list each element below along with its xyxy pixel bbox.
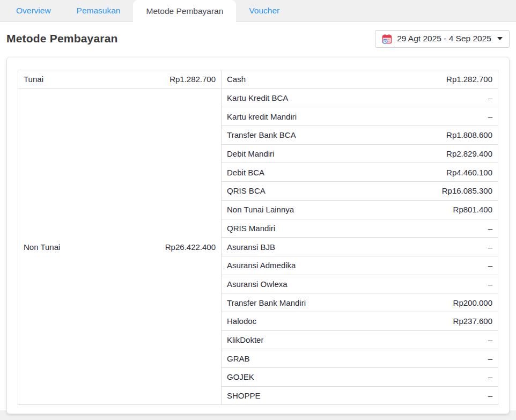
- detail-cell: GRAB–: [222, 349, 498, 368]
- tab-pemasukan[interactable]: Pemasukan: [64, 0, 134, 21]
- detail-cell-label: GOJEK: [227, 372, 254, 381]
- detail-cell-label: Asuransi BJB: [227, 242, 275, 252]
- detail-cell-label: GRAB: [227, 354, 250, 363]
- detail-cell-value: –: [488, 391, 492, 400]
- detail-cell-value: Rp801.400: [453, 205, 492, 214]
- detail-cell-value: Rp1.282.700: [446, 75, 492, 84]
- detail-cell: Kartu kredit Mandiri–: [222, 107, 498, 126]
- tab-bar: Overview Pemasukan Metode Pembayaran Vou…: [0, 0, 516, 22]
- detail-cell-label: Transfer Bank BCA: [227, 130, 296, 139]
- detail-cell-value: –: [488, 335, 492, 344]
- detail-cell: KlikDokter–: [222, 330, 498, 349]
- detail-cell-value: –: [488, 279, 492, 289]
- group-cell: Non TunaiRp26.422.400: [18, 89, 222, 405]
- page-header: Metode Pembayaran 29 Agt 2025 - 4 S: [0, 22, 516, 53]
- detail-cell: Asuransi BJB–: [222, 238, 498, 256]
- detail-cell-label: Kartu kredit Mandiri: [227, 112, 297, 121]
- page-title: Metode Pembayaran: [6, 32, 118, 45]
- detail-cell-label: Asuransi Owlexa: [227, 279, 288, 289]
- detail-cell: QRIS Mandiri–: [222, 219, 498, 238]
- payment-methods-card: TunaiRp1.282.700CashRp1.282.700Non Tunai…: [6, 57, 510, 414]
- group-cell-value: Rp26.422.400: [165, 242, 216, 252]
- detail-cell: QRIS BCARp16.085.300: [222, 182, 498, 201]
- detail-cell-value: Rp16.085.300: [442, 186, 492, 195]
- detail-cell-label: Asuransi Admedika: [227, 261, 296, 270]
- detail-cell: Transfer Bank MandiriRp200.000: [222, 293, 498, 312]
- detail-cell: SHOPPE–: [222, 386, 498, 405]
- tab-voucher[interactable]: Voucher: [236, 0, 292, 21]
- detail-cell-value: Rp237.600: [453, 316, 492, 326]
- detail-cell-value: –: [488, 112, 492, 121]
- detail-cell-value: Rp2.829.400: [446, 149, 492, 158]
- detail-cell: HalodocRp237.600: [222, 312, 498, 330]
- detail-cell-label: QRIS BCA: [227, 186, 266, 195]
- detail-cell-value: –: [488, 93, 492, 102]
- detail-cell: Asuransi Owlexa–: [222, 275, 498, 293]
- tab-overview[interactable]: Overview: [3, 0, 64, 21]
- detail-cell-value: –: [488, 354, 492, 363]
- detail-cell-value: Rp4.460.100: [446, 168, 492, 177]
- detail-cell-label: Non Tunai Lainnya: [227, 205, 294, 214]
- detail-cell-label: QRIS Mandiri: [227, 224, 275, 233]
- detail-cell-label: Debit BCA: [227, 168, 264, 177]
- detail-cell-label: Debit Mandiri: [227, 149, 274, 158]
- calendar-with-clock-icon: [382, 34, 392, 44]
- group-cell-label: Non Tunai: [24, 242, 60, 252]
- detail-cell-value: –: [488, 242, 492, 252]
- detail-cell-value: Rp1.808.600: [446, 130, 492, 139]
- detail-cell-value: –: [488, 261, 492, 270]
- detail-cell-label: Cash: [227, 75, 246, 84]
- detail-cell: CashRp1.282.700: [222, 70, 498, 89]
- group-cell-value: Rp1.282.700: [169, 75, 216, 84]
- detail-cell: GOJEK–: [222, 368, 498, 387]
- detail-cell-label: KlikDokter: [227, 335, 263, 344]
- detail-cell: Debit BCARp4.460.100: [222, 163, 498, 182]
- detail-cell: Asuransi Admedika–: [222, 256, 498, 275]
- detail-cell: Transfer Bank BCARp1.808.600: [222, 126, 498, 145]
- group-cell-label: Tunai: [24, 75, 43, 84]
- detail-cell-label: Transfer Bank Mandiri: [227, 298, 306, 307]
- detail-cell-label: SHOPPE: [227, 391, 261, 400]
- table-row: TunaiRp1.282.700CashRp1.282.700: [18, 70, 498, 89]
- chevron-down-icon: [497, 37, 503, 40]
- table-row: Non TunaiRp26.422.400Kartu Kredit BCA–: [18, 89, 498, 107]
- date-range-picker[interactable]: 29 Agt 2025 - 4 Sep 2025: [375, 30, 510, 48]
- payment-methods-table: TunaiRp1.282.700CashRp1.282.700Non Tunai…: [18, 70, 498, 405]
- group-cell: TunaiRp1.282.700: [18, 70, 222, 89]
- detail-cell: Debit MandiriRp2.829.400: [222, 144, 498, 163]
- detail-cell-value: Rp200.000: [453, 298, 492, 307]
- detail-cell-value: –: [488, 372, 492, 381]
- detail-cell-value: –: [488, 224, 492, 233]
- tab-metode-pembayaran[interactable]: Metode Pembayaran: [133, 0, 236, 22]
- content-panel: Metode Pembayaran 29 Agt 2025 - 4 S: [0, 22, 516, 410]
- detail-cell: Non Tunai LainnyaRp801.400: [222, 200, 498, 219]
- date-range-label: 29 Agt 2025 - 4 Sep 2025: [397, 34, 491, 43]
- detail-cell-label: Kartu Kredit BCA: [227, 93, 288, 102]
- detail-cell-label: Halodoc: [227, 316, 256, 326]
- detail-cell: Kartu Kredit BCA–: [222, 89, 498, 107]
